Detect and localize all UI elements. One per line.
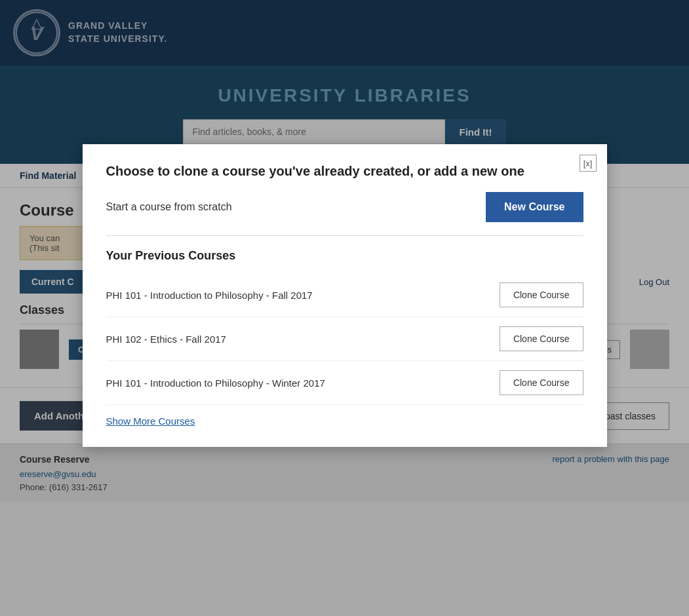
course-name-3: PHI 101 - Introduction to Philosophy - W… [106,377,325,389]
previous-courses-title: Your Previous Courses [106,249,583,263]
clone-course-button-3[interactable]: Clone Course [500,370,583,395]
clone-course-button-1[interactable]: Clone Course [500,282,583,307]
show-more-courses-link[interactable]: Show More Courses [106,415,195,427]
course-row-2: PHI 102 - Ethics - Fall 2017 Clone Cours… [106,317,583,361]
modal-close-button[interactable]: [x] [580,155,597,172]
modal-title: Choose to clone a course you've already … [106,164,583,179]
scratch-text: Start a course from scratch [106,201,232,213]
modal-overlay: Choose to clone a course you've already … [0,0,689,616]
course-row-3: PHI 101 - Introduction to Philosophy - W… [106,361,583,405]
course-name-2: PHI 102 - Ethics - Fall 2017 [106,334,226,345]
new-course-button[interactable]: New Course [486,192,583,222]
course-name-1: PHI 101 - Introduction to Philosophy - F… [106,290,313,301]
clone-course-button-2[interactable]: Clone Course [500,326,583,351]
modal-dialog: Choose to clone a course you've already … [83,144,607,447]
modal-scratch-row: Start a course from scratch New Course [106,192,583,236]
course-row-1: PHI 101 - Introduction to Philosophy - F… [106,273,583,317]
